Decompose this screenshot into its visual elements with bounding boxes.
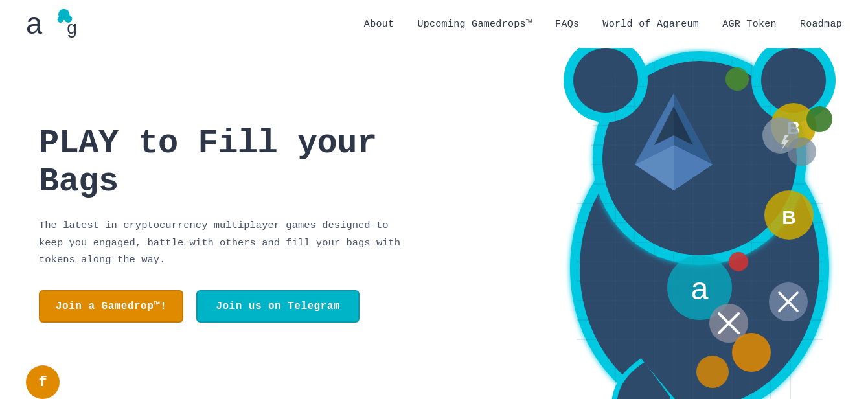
svg-point-49 — [806, 106, 832, 132]
main-content: PLAY to Fill your Bags The latest in cry… — [0, 48, 868, 399]
svg-text:B: B — [782, 207, 796, 228]
svg-point-59 — [732, 333, 771, 372]
hero-title: PLAY to Fill your Bags — [39, 124, 402, 202]
nav-gamedrops[interactable]: Upcoming Gamedrops™ — [417, 19, 532, 30]
svg-point-48 — [725, 67, 749, 91]
svg-text:a: a — [691, 271, 709, 306]
facebook-icon: f — [38, 374, 47, 391]
svg-point-50 — [729, 252, 748, 271]
mascot-panel: B B a — [440, 48, 868, 399]
svg-text:gareum: gareum — [67, 17, 78, 38]
nav-token[interactable]: AGR Token — [722, 19, 777, 30]
svg-point-10 — [573, 48, 638, 113]
svg-point-60 — [696, 356, 729, 388]
nav-world[interactable]: World of Agareum — [602, 19, 699, 30]
main-nav: About Upcoming Gamedrops™ FAQs World of … — [364, 19, 842, 30]
site-header: a gareum About Upcoming Gamedrops™ FAQs … — [0, 0, 868, 48]
mascot-illustration: B B a — [486, 48, 868, 399]
hero-subtitle: The latest in cryptocurrency multiplayer… — [39, 217, 402, 268]
svg-text:a: a — [26, 7, 43, 40]
nav-roadmap[interactable]: Roadmap — [800, 19, 842, 30]
svg-point-3 — [58, 17, 63, 23]
nav-faqs[interactable]: FAQs — [555, 19, 579, 30]
nav-about[interactable]: About — [364, 19, 394, 30]
cta-buttons: Join a Gamedrop™! Join us on Telegram — [39, 290, 402, 323]
hero-panel: PLAY to Fill your Bags The latest in cry… — [0, 48, 440, 399]
facebook-button[interactable]: f — [26, 365, 60, 399]
gamedrop-button[interactable]: Join a Gamedrop™! — [39, 290, 183, 323]
telegram-button[interactable]: Join us on Telegram — [196, 290, 360, 323]
logo[interactable]: a gareum — [26, 0, 78, 50]
svg-point-47 — [788, 137, 816, 166]
